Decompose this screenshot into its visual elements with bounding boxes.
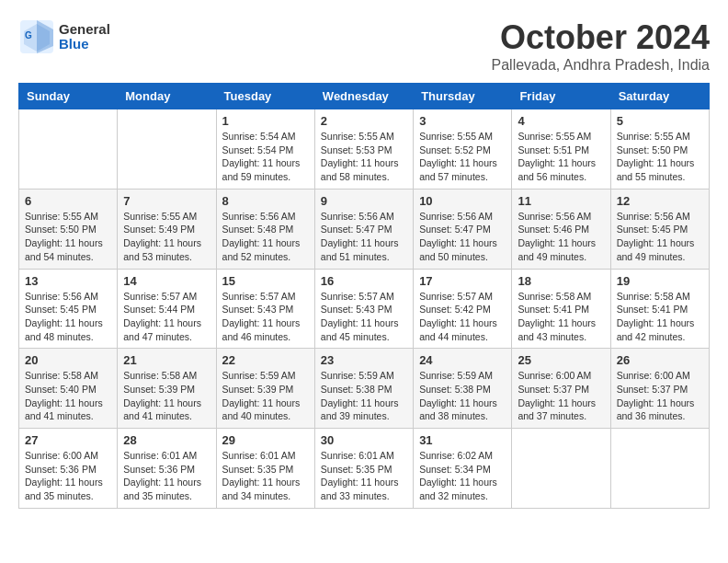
calendar-cell <box>512 429 610 509</box>
calendar-cell: 15Sunrise: 5:57 AMSunset: 5:43 PMDayligh… <box>216 269 314 349</box>
day-info: Sunrise: 5:57 AMSunset: 5:44 PMDaylight:… <box>123 290 210 344</box>
day-number: 6 <box>25 194 111 208</box>
page-header: G General Blue October 2024 Pallevada, A… <box>18 18 710 74</box>
day-number: 25 <box>518 353 604 367</box>
day-number: 12 <box>617 194 703 208</box>
day-number: 27 <box>25 433 111 447</box>
calendar-cell <box>19 109 118 190</box>
day-number: 15 <box>222 274 309 288</box>
col-sunday: Sunday <box>19 84 118 109</box>
day-number: 3 <box>419 114 506 128</box>
day-number: 20 <box>25 353 111 367</box>
day-number: 8 <box>222 194 309 208</box>
calendar-cell: 31Sunrise: 6:02 AMSunset: 5:34 PMDayligh… <box>414 429 512 509</box>
calendar-cell: 16Sunrise: 5:57 AMSunset: 5:43 PMDayligh… <box>314 269 413 349</box>
day-info: Sunrise: 6:01 AMSunset: 5:36 PMDaylight:… <box>123 449 210 503</box>
calendar-cell: 10Sunrise: 5:56 AMSunset: 5:47 PMDayligh… <box>414 189 512 269</box>
calendar-cell: 9Sunrise: 5:56 AMSunset: 5:47 PMDaylight… <box>314 189 413 269</box>
calendar-header-row: Sunday Monday Tuesday Wednesday Thursday… <box>19 84 710 109</box>
day-number: 23 <box>321 353 407 367</box>
calendar-week-1: 1Sunrise: 5:54 AMSunset: 5:54 PMDaylight… <box>19 109 710 190</box>
day-number: 7 <box>123 194 210 208</box>
calendar-cell: 4Sunrise: 5:55 AMSunset: 5:51 PMDaylight… <box>512 109 610 190</box>
calendar-cell: 6Sunrise: 5:55 AMSunset: 5:50 PMDaylight… <box>19 189 118 269</box>
day-number: 30 <box>321 433 407 447</box>
calendar-cell: 24Sunrise: 5:59 AMSunset: 5:38 PMDayligh… <box>414 349 512 429</box>
day-number: 24 <box>419 353 506 367</box>
day-number: 13 <box>25 274 111 288</box>
svg-text:G: G <box>25 30 32 40</box>
calendar-cell: 20Sunrise: 5:58 AMSunset: 5:40 PMDayligh… <box>19 349 118 429</box>
calendar-cell <box>118 109 216 190</box>
calendar-table: Sunday Monday Tuesday Wednesday Thursday… <box>18 83 710 509</box>
calendar-week-4: 20Sunrise: 5:58 AMSunset: 5:40 PMDayligh… <box>19 349 710 429</box>
day-info: Sunrise: 5:56 AMSunset: 5:46 PMDaylight:… <box>518 210 604 264</box>
day-info: Sunrise: 6:00 AMSunset: 5:36 PMDaylight:… <box>25 449 111 503</box>
calendar-cell: 17Sunrise: 5:57 AMSunset: 5:42 PMDayligh… <box>414 269 512 349</box>
day-number: 29 <box>222 433 309 447</box>
day-info: Sunrise: 5:59 AMSunset: 5:38 PMDaylight:… <box>419 369 506 423</box>
day-number: 26 <box>617 353 703 367</box>
day-info: Sunrise: 6:01 AMSunset: 5:35 PMDaylight:… <box>222 449 309 503</box>
calendar-week-2: 6Sunrise: 5:55 AMSunset: 5:50 PMDaylight… <box>19 189 710 269</box>
col-thursday: Thursday <box>414 84 512 109</box>
calendar-cell: 21Sunrise: 5:58 AMSunset: 5:39 PMDayligh… <box>118 349 216 429</box>
calendar-cell: 23Sunrise: 5:59 AMSunset: 5:38 PMDayligh… <box>314 349 413 429</box>
day-info: Sunrise: 5:56 AMSunset: 5:47 PMDaylight:… <box>321 210 407 264</box>
day-number: 1 <box>222 114 309 128</box>
day-info: Sunrise: 5:55 AMSunset: 5:52 PMDaylight:… <box>419 130 506 184</box>
day-info: Sunrise: 5:58 AMSunset: 5:39 PMDaylight:… <box>123 369 210 423</box>
calendar-cell: 11Sunrise: 5:56 AMSunset: 5:46 PMDayligh… <box>512 189 610 269</box>
day-info: Sunrise: 5:55 AMSunset: 5:50 PMDaylight:… <box>25 210 111 264</box>
calendar-cell: 2Sunrise: 5:55 AMSunset: 5:53 PMDaylight… <box>314 109 413 190</box>
calendar-cell: 12Sunrise: 5:56 AMSunset: 5:45 PMDayligh… <box>610 189 709 269</box>
title-block: October 2024 Pallevada, Andhra Pradesh, … <box>492 18 711 74</box>
day-number: 19 <box>617 274 703 288</box>
day-number: 11 <box>518 194 604 208</box>
day-info: Sunrise: 5:55 AMSunset: 5:53 PMDaylight:… <box>321 130 407 184</box>
calendar-cell: 18Sunrise: 5:58 AMSunset: 5:41 PMDayligh… <box>512 269 610 349</box>
calendar-cell: 26Sunrise: 6:00 AMSunset: 5:37 PMDayligh… <box>610 349 709 429</box>
day-number: 22 <box>222 353 309 367</box>
calendar-cell: 29Sunrise: 6:01 AMSunset: 5:35 PMDayligh… <box>216 429 314 509</box>
calendar-cell: 7Sunrise: 5:55 AMSunset: 5:49 PMDaylight… <box>118 189 216 269</box>
day-number: 2 <box>321 114 407 128</box>
month-title: October 2024 <box>492 18 711 57</box>
calendar-cell: 8Sunrise: 5:56 AMSunset: 5:48 PMDaylight… <box>216 189 314 269</box>
day-info: Sunrise: 5:58 AMSunset: 5:41 PMDaylight:… <box>518 290 604 344</box>
day-info: Sunrise: 5:56 AMSunset: 5:45 PMDaylight:… <box>25 290 111 344</box>
day-number: 10 <box>419 194 506 208</box>
day-info: Sunrise: 5:57 AMSunset: 5:43 PMDaylight:… <box>321 290 407 344</box>
calendar-cell: 28Sunrise: 6:01 AMSunset: 5:36 PMDayligh… <box>118 429 216 509</box>
col-wednesday: Wednesday <box>314 84 413 109</box>
col-saturday: Saturday <box>610 84 709 109</box>
calendar-cell: 30Sunrise: 6:01 AMSunset: 5:35 PMDayligh… <box>314 429 413 509</box>
day-info: Sunrise: 5:54 AMSunset: 5:54 PMDaylight:… <box>222 130 309 184</box>
col-friday: Friday <box>512 84 610 109</box>
day-info: Sunrise: 5:58 AMSunset: 5:41 PMDaylight:… <box>617 290 703 344</box>
calendar-cell: 27Sunrise: 6:00 AMSunset: 5:36 PMDayligh… <box>19 429 118 509</box>
day-info: Sunrise: 6:01 AMSunset: 5:35 PMDaylight:… <box>321 449 407 503</box>
day-info: Sunrise: 6:02 AMSunset: 5:34 PMDaylight:… <box>419 449 506 503</box>
day-info: Sunrise: 5:55 AMSunset: 5:49 PMDaylight:… <box>123 210 210 264</box>
calendar-cell: 13Sunrise: 5:56 AMSunset: 5:45 PMDayligh… <box>19 269 118 349</box>
day-info: Sunrise: 5:55 AMSunset: 5:51 PMDaylight:… <box>518 130 604 184</box>
day-number: 5 <box>617 114 703 128</box>
calendar-cell <box>610 429 709 509</box>
logo: G General Blue <box>18 18 110 55</box>
day-info: Sunrise: 5:56 AMSunset: 5:47 PMDaylight:… <box>419 210 506 264</box>
calendar-cell: 1Sunrise: 5:54 AMSunset: 5:54 PMDaylight… <box>216 109 314 190</box>
day-info: Sunrise: 6:00 AMSunset: 5:37 PMDaylight:… <box>617 369 703 423</box>
calendar-cell: 19Sunrise: 5:58 AMSunset: 5:41 PMDayligh… <box>610 269 709 349</box>
day-info: Sunrise: 5:55 AMSunset: 5:50 PMDaylight:… <box>617 130 703 184</box>
day-info: Sunrise: 5:59 AMSunset: 5:38 PMDaylight:… <box>321 369 407 423</box>
calendar-week-5: 27Sunrise: 6:00 AMSunset: 5:36 PMDayligh… <box>19 429 710 509</box>
col-tuesday: Tuesday <box>216 84 314 109</box>
day-number: 9 <box>321 194 407 208</box>
calendar-cell: 3Sunrise: 5:55 AMSunset: 5:52 PMDaylight… <box>414 109 512 190</box>
col-monday: Monday <box>118 84 216 109</box>
calendar-cell: 25Sunrise: 6:00 AMSunset: 5:37 PMDayligh… <box>512 349 610 429</box>
day-info: Sunrise: 5:56 AMSunset: 5:45 PMDaylight:… <box>617 210 703 264</box>
day-info: Sunrise: 5:59 AMSunset: 5:39 PMDaylight:… <box>222 369 309 423</box>
calendar-cell: 5Sunrise: 5:55 AMSunset: 5:50 PMDaylight… <box>610 109 709 190</box>
